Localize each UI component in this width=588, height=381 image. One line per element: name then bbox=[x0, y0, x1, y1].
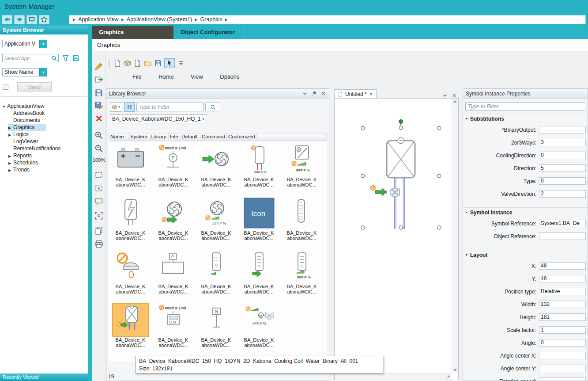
library-item[interactable]: M###.# %BA_Device_KabonaWDC... bbox=[237, 302, 280, 356]
library-item[interactable]: ####.# UnitBA_Device_KabonaWDC... bbox=[152, 302, 195, 356]
library-item[interactable]: IconBA_Device_KabonaWDC... bbox=[237, 195, 280, 249]
menu-view[interactable]: View bbox=[191, 73, 203, 80]
canvas-symbol-drawing[interactable] bbox=[335, 99, 452, 373]
close-icon[interactable] bbox=[320, 91, 326, 96]
library-item[interactable]: BA_Device_KabonaWDC... bbox=[109, 249, 152, 302]
property-value-field[interactable]: 48 bbox=[539, 275, 586, 282]
grid-view-button[interactable] bbox=[124, 102, 135, 112]
breadcrumb-item[interactable]: Application View bbox=[78, 16, 119, 23]
column-header-system[interactable]: System bbox=[129, 133, 149, 140]
tab-object-configurator[interactable]: Object Configurator bbox=[173, 26, 244, 39]
canvas-tab-untitled[interactable]: Untitled * bbox=[334, 89, 377, 98]
section-header[interactable]: ▾Symbol Instance bbox=[463, 207, 588, 217]
select-pointer-button[interactable] bbox=[164, 58, 175, 68]
folder-icon[interactable] bbox=[144, 59, 152, 67]
library-item[interactable]: BA_Device_KabonaWDC... bbox=[237, 249, 280, 302]
vertical-scrollbar[interactable] bbox=[452, 99, 458, 373]
property-value-field[interactable]: 3 bbox=[539, 139, 586, 146]
tab-graphics[interactable]: Graphics bbox=[92, 26, 173, 39]
property-value-field[interactable]: 0 bbox=[539, 152, 586, 159]
property-value-field[interactable]: System1:BA_De bbox=[539, 220, 586, 227]
send-button[interactable]: Send bbox=[17, 82, 52, 91]
panel-splitter[interactable] bbox=[88, 26, 92, 381]
export-icon[interactable] bbox=[94, 75, 103, 84]
library-search-button[interactable] bbox=[205, 103, 220, 111]
property-value-field[interactable]: 2 bbox=[539, 190, 586, 198]
floppy-pen-icon[interactable] bbox=[94, 101, 103, 110]
box-icon[interactable] bbox=[124, 59, 132, 67]
property-value-field[interactable] bbox=[539, 232, 586, 240]
floppy-icon[interactable] bbox=[154, 59, 162, 67]
library-item[interactable]: BA_Device_KabonaWDC... bbox=[280, 195, 323, 249]
library-item[interactable]: ###.# %BA_Device_KabonaWDC... bbox=[237, 142, 280, 195]
tree-item-addressbook[interactable]: AddressBook bbox=[0, 110, 88, 117]
show-name-dropdown[interactable]: Show Name ▼ bbox=[2, 68, 47, 76]
tree-item-graphics[interactable]: ▶Graphics bbox=[0, 124, 88, 131]
breadcrumb-item[interactable]: ApplicationView (System1) bbox=[127, 16, 192, 23]
tree-item-reports[interactable]: ▶Reports bbox=[0, 152, 88, 159]
library-item[interactable]: BA_Device_KabonaWDC... bbox=[152, 195, 195, 249]
recent-views-button[interactable] bbox=[26, 15, 37, 24]
library-item[interactable]: BA_Device_KabonaWDC... bbox=[109, 302, 152, 356]
floppy-icon[interactable] bbox=[94, 88, 103, 97]
back-button[interactable] bbox=[2, 15, 12, 24]
library-item[interactable]: BA_Device_KabonaWDC... bbox=[195, 142, 237, 195]
library-item[interactable]: BA_Device_KabonaWDC... bbox=[109, 142, 152, 195]
pencil-icon[interactable] bbox=[94, 62, 103, 71]
collapse-icon[interactable]: ▼ bbox=[2, 103, 7, 110]
comment-icon[interactable] bbox=[94, 197, 103, 206]
tree-item-remotenotifications[interactable]: RemoteNotifications bbox=[0, 145, 88, 152]
menu-options[interactable]: Options bbox=[220, 73, 240, 80]
property-value-field[interactable]: 48 bbox=[539, 262, 586, 270]
print-icon[interactable] bbox=[94, 240, 103, 248]
scroll-up-icon[interactable] bbox=[453, 100, 457, 103]
properties-filter-input[interactable] bbox=[465, 102, 585, 110]
tree-item-trends[interactable]: ▶Trends bbox=[0, 166, 88, 173]
scroll-down-icon[interactable] bbox=[453, 369, 457, 371]
tree-item-logics[interactable]: ▶Logics bbox=[0, 131, 88, 138]
property-value-field[interactable]: 1 bbox=[539, 326, 586, 334]
property-value-field[interactable]: 5 bbox=[539, 164, 586, 172]
column-header-default[interactable]: Default bbox=[180, 133, 200, 140]
column-header-command[interactable]: Command bbox=[200, 133, 227, 140]
horizontal-scrollbar[interactable] bbox=[335, 373, 452, 380]
search-icon[interactable] bbox=[51, 55, 57, 61]
property-value-field[interactable]: Relative bbox=[539, 288, 586, 295]
pin-icon[interactable] bbox=[311, 91, 317, 96]
library-select-dropdown[interactable]: BA_Device_KabonaWDC_150_HQ_1 ▼ bbox=[110, 114, 207, 123]
library-item[interactable]: BA_Device_KabonaWDC... bbox=[195, 249, 237, 302]
overflow-icon[interactable] bbox=[177, 59, 185, 67]
expand-icon[interactable]: ▶ bbox=[8, 167, 13, 174]
document-subtab[interactable]: Graphics bbox=[92, 39, 588, 51]
property-value-field[interactable]: 0 bbox=[539, 339, 586, 347]
zoom-in-icon[interactable] bbox=[94, 131, 103, 140]
menu-home[interactable]: Home bbox=[158, 73, 174, 80]
favorites-button[interactable] bbox=[39, 15, 49, 24]
property-value-field[interactable] bbox=[539, 126, 586, 133]
library-item[interactable]: ###.# %BA_Device_KabonaWDC... bbox=[195, 195, 237, 249]
property-value-field[interactable]: 181 bbox=[539, 313, 586, 321]
column-header-name[interactable]: Name bbox=[109, 133, 129, 140]
menu-file[interactable]: File bbox=[132, 73, 142, 80]
column-header-customized[interactable]: Customized bbox=[227, 133, 257, 140]
filter-icon[interactable] bbox=[62, 54, 69, 62]
pages-icon[interactable] bbox=[94, 226, 103, 235]
library-source-button[interactable]: ▼ bbox=[110, 102, 122, 112]
property-value-field[interactable] bbox=[539, 352, 586, 359]
library-item[interactable]: BA_Device_KabonaWDC... bbox=[109, 195, 152, 249]
marquee-move-icon[interactable] bbox=[94, 184, 103, 193]
breadcrumb[interactable]: ▶Application View▶ApplicationView (Syste… bbox=[69, 15, 586, 24]
property-value-field[interactable] bbox=[539, 365, 586, 372]
x-red-icon[interactable] bbox=[94, 114, 103, 123]
library-item[interactable]: ####.# UnitPBA_Device_KabonaWDC... bbox=[152, 142, 195, 195]
view-selector-dropdown[interactable]: Application V ▼ bbox=[2, 40, 47, 48]
tree-item-documents[interactable]: Documents bbox=[0, 117, 88, 124]
property-value-field[interactable]: 0 bbox=[539, 177, 586, 185]
scroll-right-icon[interactable] bbox=[448, 375, 450, 378]
library-filter-input[interactable] bbox=[136, 103, 204, 111]
chevron-down-icon[interactable]: ▼ bbox=[39, 68, 47, 76]
tree-root-applicationview[interactable]: ▼ApplicationView bbox=[0, 103, 88, 110]
chevron-down-icon[interactable] bbox=[302, 91, 308, 96]
column-header-library[interactable]: Library bbox=[149, 133, 169, 140]
library-item[interactable]: SBA_Device_KabonaWDC... bbox=[195, 302, 237, 356]
